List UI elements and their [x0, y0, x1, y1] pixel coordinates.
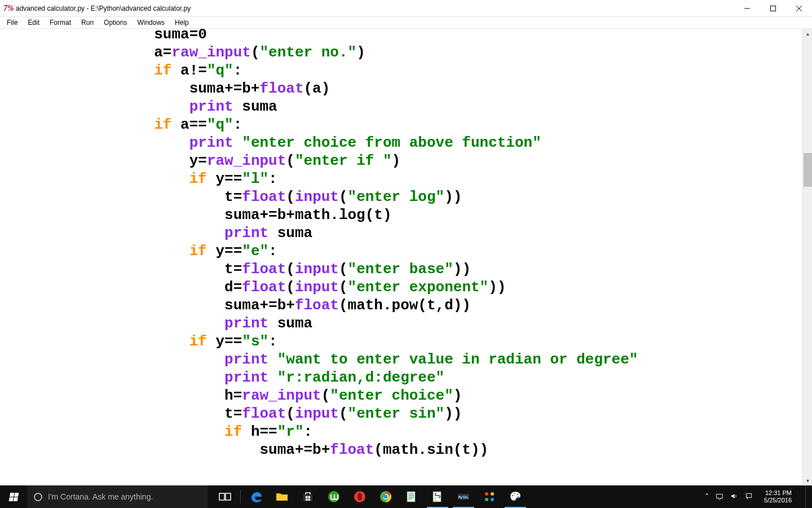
- cortana-search[interactable]: I'm Cortana. Ask me anything.: [27, 485, 208, 508]
- menu-edit[interactable]: Edit: [23, 17, 44, 28]
- taskbar-left: I'm Cortana. Ask me anything.: [0, 485, 528, 508]
- python-idle-icon[interactable]: [425, 485, 451, 508]
- taskbar-clock[interactable]: 12:31 PM 5/25/2016: [760, 489, 796, 504]
- menu-options[interactable]: Options: [99, 17, 131, 28]
- svg-rect-25: [717, 494, 723, 498]
- scroll-thumb[interactable]: [804, 153, 812, 187]
- system-tray: ˄ 12:31 PM 5/25/2016: [705, 485, 812, 508]
- utorrent-icon[interactable]: [321, 485, 347, 508]
- opera-icon[interactable]: [347, 485, 373, 508]
- menu-file[interactable]: File: [2, 17, 22, 28]
- vertical-scrollbar[interactable]: ▴ ▾: [802, 29, 812, 485]
- svg-rect-26: [746, 493, 751, 497]
- svg-point-19: [485, 498, 488, 501]
- tray-volume-icon[interactable]: [730, 492, 738, 502]
- window-controls: [734, 0, 812, 16]
- paint-icon[interactable]: [502, 485, 528, 508]
- clock-date: 5/25/2016: [764, 497, 792, 504]
- window-title: advanced calculator.py - E:\Python\advan…: [16, 5, 191, 12]
- svg-point-18: [491, 492, 494, 496]
- svg-point-21: [512, 495, 514, 497]
- tray-network-icon[interactable]: [716, 492, 723, 502]
- titlebar-left: 7% advanced calculator.py - E:\Python\ad…: [3, 4, 191, 13]
- show-desktop-button[interactable]: [805, 485, 809, 508]
- store-icon[interactable]: [295, 485, 321, 508]
- maximize-button[interactable]: [760, 0, 786, 17]
- svg-rect-2: [226, 493, 231, 500]
- svg-point-9: [358, 493, 362, 501]
- svg-rect-13: [407, 492, 415, 502]
- svg-point-24: [518, 496, 519, 498]
- chrome-app-icon[interactable]: [476, 485, 502, 508]
- close-button[interactable]: [786, 0, 812, 17]
- tray-notifications-icon[interactable]: [745, 492, 753, 502]
- svg-point-20: [491, 498, 494, 501]
- notepadpp-icon[interactable]: [399, 485, 425, 508]
- svg-rect-1: [219, 493, 224, 500]
- task-view-button[interactable]: [212, 485, 238, 508]
- edge-icon[interactable]: [243, 485, 269, 508]
- menu-help[interactable]: Help: [170, 17, 193, 28]
- taskbar-separator: [240, 490, 241, 503]
- code-editor[interactable]: suma=0 a=raw_input("enter no.") if a!="q…: [0, 29, 802, 485]
- taskbar-right: ˄ 12:31 PM 5/25/2016: [705, 485, 812, 508]
- scroll-up-arrow[interactable]: ▴: [803, 29, 813, 38]
- svg-rect-0: [771, 6, 776, 11]
- titlebar: 7% advanced calculator.py - E:\Python\ad…: [0, 0, 812, 17]
- chrome-icon[interactable]: [373, 485, 399, 508]
- taskbar-apps: MySQL: [212, 485, 528, 508]
- menu-windows[interactable]: Windows: [133, 17, 169, 28]
- start-button[interactable]: [0, 485, 27, 508]
- svg-rect-5: [306, 499, 308, 501]
- app-icon: 7%: [3, 4, 12, 13]
- file-explorer-icon[interactable]: [269, 485, 295, 508]
- editor-area: suma=0 a=raw_input("enter no.") if a!="q…: [0, 28, 812, 485]
- search-placeholder: I'm Cortana. Ask me anything.: [48, 492, 153, 501]
- svg-rect-6: [308, 499, 311, 501]
- svg-rect-3: [306, 496, 308, 498]
- code-content[interactable]: suma=0 a=raw_input("enter no.") if a!="q…: [5, 29, 802, 459]
- menu-run[interactable]: Run: [77, 17, 98, 28]
- clock-time: 12:31 PM: [764, 489, 792, 497]
- svg-text:MySQL: MySQL: [458, 495, 469, 500]
- svg-point-17: [485, 492, 488, 496]
- minimize-button[interactable]: [734, 0, 760, 17]
- svg-point-22: [514, 493, 516, 495]
- svg-point-23: [517, 494, 519, 496]
- taskbar: I'm Cortana. Ask me anything.: [0, 485, 812, 508]
- cortana-icon: [34, 493, 42, 501]
- menubar: File Edit Format Run Options Windows Hel…: [0, 17, 812, 28]
- tray-chevron-up-icon[interactable]: ˄: [705, 492, 709, 501]
- mysql-icon[interactable]: MySQL: [451, 485, 476, 508]
- menu-format[interactable]: Format: [45, 17, 76, 28]
- windows-logo-icon: [8, 493, 19, 501]
- scroll-down-arrow[interactable]: ▾: [803, 476, 813, 485]
- svg-rect-4: [308, 496, 311, 498]
